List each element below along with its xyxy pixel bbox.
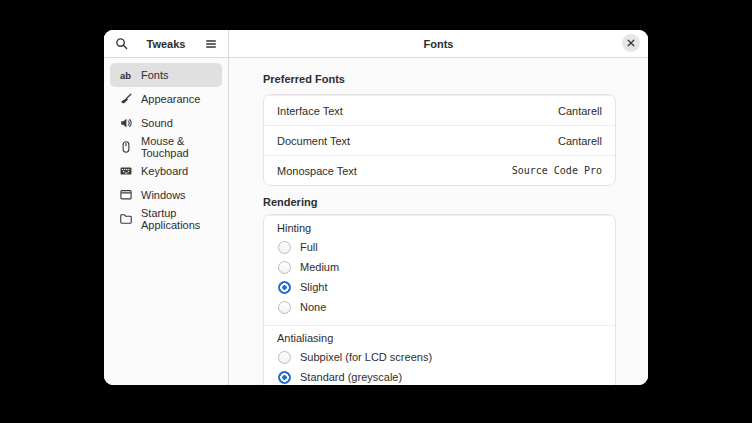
tweaks-window: Tweaks ab Fonts Appearance Sound <box>104 30 648 385</box>
mouse-icon <box>118 140 133 155</box>
fonts-icon: ab <box>118 68 133 83</box>
font-setting-row[interactable]: Document Text Cantarell <box>264 125 615 155</box>
radio-option-label: Full <box>300 241 318 253</box>
sidebar-list: ab Fonts Appearance Sound Mouse & Touchp… <box>104 58 228 236</box>
menu-icon[interactable] <box>203 36 219 52</box>
radio-option-row[interactable]: Full <box>277 237 602 257</box>
radio-button[interactable] <box>278 351 291 364</box>
radio-option-row[interactable]: Medium <box>277 257 602 277</box>
radio-option-label: None <box>300 301 326 313</box>
radio-option-label: Medium <box>300 261 339 273</box>
keyboard-icon <box>118 164 133 179</box>
main-panel: Fonts Preferred Fonts Interface Text Can… <box>229 30 648 385</box>
radio-button[interactable] <box>278 261 291 274</box>
font-row-value: Cantarell <box>558 105 602 117</box>
sidebar-item[interactable]: Windows <box>110 183 222 207</box>
sidebar-item-label: Fonts <box>141 69 169 81</box>
fonts-content: Preferred Fonts Interface Text Cantarell… <box>229 58 648 385</box>
main-header: Fonts <box>229 30 648 58</box>
radio-option-row[interactable]: None <box>277 297 602 317</box>
sidebar: Tweaks ab Fonts Appearance Sound <box>104 30 229 385</box>
sidebar-item-label: Mouse & Touchpad <box>141 135 214 159</box>
svg-text:ab: ab <box>120 70 131 80</box>
rendering-card: Hinting Full Medium <box>263 214 616 385</box>
rendering-heading: Rendering <box>263 196 616 209</box>
radio-button[interactable] <box>278 281 291 294</box>
radio-group-label: Antialiasing <box>277 332 602 345</box>
radio-option-row[interactable]: Slight <box>277 277 602 297</box>
sidebar-item[interactable]: Sound <box>110 111 222 135</box>
radio-button[interactable] <box>278 241 291 254</box>
font-row-value: Cantarell <box>558 135 602 147</box>
sidebar-item-label: Appearance <box>141 93 200 105</box>
sidebar-item[interactable]: ab Fonts <box>110 63 222 87</box>
radio-option-row[interactable]: Subpixel (for LCD screens) <box>277 347 602 367</box>
radio-button[interactable] <box>278 371 291 384</box>
radio-option-label: Subpixel (for LCD screens) <box>300 351 432 363</box>
radio-group: Antialiasing Subpixel (for LCD screens) <box>264 325 615 385</box>
close-button[interactable] <box>622 34 640 52</box>
appearance-icon <box>118 92 133 107</box>
windows-icon <box>118 188 133 203</box>
radio-group: Hinting Full Medium <box>264 215 615 325</box>
sidebar-header: Tweaks <box>104 30 228 58</box>
close-icon <box>627 39 635 47</box>
preferred-fonts-card: Interface Text Cantarell Document Text C… <box>263 94 616 186</box>
font-row-value: Source Code Pro <box>512 165 602 176</box>
folder-icon <box>118 212 133 227</box>
font-row-label: Interface Text <box>277 105 343 117</box>
radio-button[interactable] <box>278 301 291 314</box>
font-row-label: Monospace Text <box>277 165 357 177</box>
sidebar-item-label: Startup Applications <box>141 207 214 231</box>
font-setting-row[interactable]: Monospace Text Source Code Pro <box>264 155 615 185</box>
sidebar-item[interactable]: Mouse & Touchpad <box>110 135 222 159</box>
radio-group-label: Hinting <box>277 222 602 235</box>
sidebar-item[interactable]: Startup Applications <box>110 207 222 231</box>
sidebar-item-label: Keyboard <box>141 165 188 177</box>
preferred-fonts-heading: Preferred Fonts <box>263 73 616 86</box>
app-title: Tweaks <box>147 38 186 50</box>
page-title: Fonts <box>424 38 454 50</box>
sidebar-item[interactable]: Appearance <box>110 87 222 111</box>
sidebar-item-label: Windows <box>141 189 186 201</box>
search-icon[interactable] <box>113 36 129 52</box>
sound-icon <box>118 116 133 131</box>
font-setting-row[interactable]: Interface Text Cantarell <box>264 95 615 125</box>
radio-option-label: Standard (greyscale) <box>300 371 402 383</box>
radio-option-label: Slight <box>300 281 328 293</box>
radio-option-row[interactable]: Standard (greyscale) <box>277 367 602 385</box>
font-row-label: Document Text <box>277 135 350 147</box>
sidebar-item-label: Sound <box>141 117 173 129</box>
sidebar-item[interactable]: Keyboard <box>110 159 222 183</box>
